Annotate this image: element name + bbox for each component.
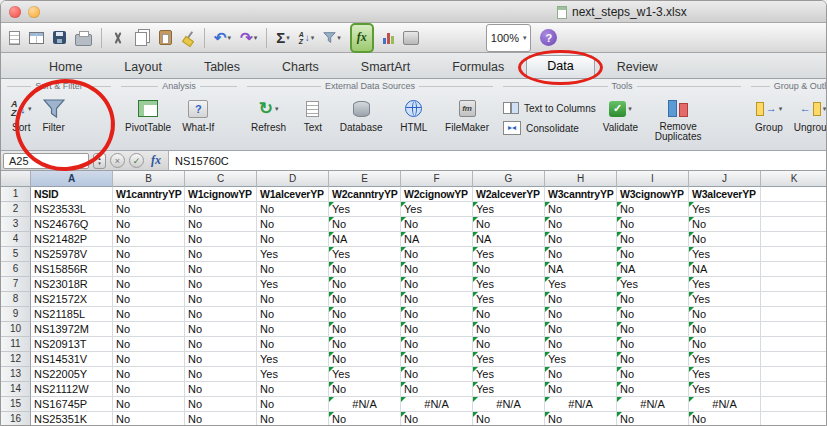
cell-B1[interactable]: W1canntryYP — [113, 187, 185, 202]
text-to-columns-button[interactable]: Text to Columns — [503, 102, 596, 114]
cell-K14[interactable] — [761, 382, 826, 397]
row-header-10[interactable]: 10 — [1, 322, 31, 337]
row-header-5[interactable]: 5 — [1, 247, 31, 262]
cell-I13[interactable]: No — [617, 367, 689, 382]
cell-H3[interactable]: No — [545, 217, 617, 232]
cell-K12[interactable] — [761, 352, 826, 367]
help-button[interactable]: ? — [540, 29, 557, 46]
cell-I7[interactable]: Yes — [617, 277, 689, 292]
cell-C9[interactable]: No — [185, 307, 257, 322]
toolbox-button[interactable] — [403, 26, 419, 50]
cell-D12[interactable]: Yes — [257, 352, 329, 367]
cell-C3[interactable]: No — [185, 217, 257, 232]
cell-H6[interactable]: NA — [545, 262, 617, 277]
cell-F11[interactable]: No — [401, 337, 473, 352]
cell-C14[interactable]: No — [185, 382, 257, 397]
cell-H13[interactable]: No — [545, 367, 617, 382]
cell-K15[interactable] — [761, 397, 826, 412]
cell-E15[interactable]: #N/A — [329, 397, 401, 412]
row-header-8[interactable]: 8 — [1, 292, 31, 307]
cell-B2[interactable]: No — [113, 202, 185, 217]
cell-G3[interactable]: No — [473, 217, 545, 232]
cell-J16[interactable]: No — [689, 412, 761, 425]
formula-content[interactable]: NS15760C — [168, 151, 826, 170]
cell-G9[interactable]: No — [473, 307, 545, 322]
cell-C4[interactable]: No — [185, 232, 257, 247]
col-header-J[interactable]: J — [689, 171, 761, 187]
html-button[interactable]: HTML — [396, 95, 431, 134]
cell-F8[interactable]: No — [401, 292, 473, 307]
cell-H4[interactable]: No — [545, 232, 617, 247]
cell-K1[interactable] — [761, 187, 826, 202]
save-icon[interactable] — [53, 26, 66, 50]
cell-D14[interactable]: No — [257, 382, 329, 397]
cell-K6[interactable] — [761, 262, 826, 277]
cell-J14[interactable]: Yes — [689, 382, 761, 397]
cell-G7[interactable]: Yes — [473, 277, 545, 292]
cell-E6[interactable]: No — [329, 262, 401, 277]
cell-K10[interactable] — [761, 322, 826, 337]
cell-J15[interactable]: #N/A — [689, 397, 761, 412]
cell-I12[interactable]: No — [617, 352, 689, 367]
text-import-button[interactable]: Text — [300, 95, 326, 134]
accept-icon[interactable]: ✓ — [129, 153, 144, 168]
row-header-9[interactable]: 9 — [1, 307, 31, 322]
cell-C13[interactable]: No — [185, 367, 257, 382]
cell-F2[interactable]: Yes — [401, 202, 473, 217]
tab-smartart[interactable]: SmartArt — [341, 57, 430, 78]
row-header-6[interactable]: 6 — [1, 262, 31, 277]
cell-C12[interactable]: No — [185, 352, 257, 367]
cell-E3[interactable]: No — [329, 217, 401, 232]
redo-button[interactable]: ↷▾ — [240, 26, 257, 50]
cell-B7[interactable]: No — [113, 277, 185, 292]
cell-A15[interactable]: NS16745P — [31, 397, 113, 412]
cell-E12[interactable]: No — [329, 352, 401, 367]
cell-B15[interactable]: No — [113, 397, 185, 412]
print-icon[interactable] — [75, 26, 92, 50]
cell-J5[interactable]: Yes — [689, 247, 761, 262]
cell-A2[interactable]: NS23533L — [31, 202, 113, 217]
row-header-14[interactable]: 14 — [1, 382, 31, 397]
cell-B10[interactable]: No — [113, 322, 185, 337]
cell-D4[interactable]: No — [257, 232, 329, 247]
cell-K5[interactable] — [761, 247, 826, 262]
cell-A6[interactable]: NS15856R — [31, 262, 113, 277]
new-workbook-icon[interactable] — [9, 26, 20, 50]
cell-G2[interactable]: Yes — [473, 202, 545, 217]
cell-G4[interactable]: NA — [473, 232, 545, 247]
cell-C5[interactable]: No — [185, 247, 257, 262]
cell-J2[interactable]: Yes — [689, 202, 761, 217]
cell-K8[interactable] — [761, 292, 826, 307]
cell-D16[interactable]: No — [257, 412, 329, 425]
cell-E5[interactable]: Yes — [329, 247, 401, 262]
cell-D1[interactable]: W1alceverYP — [257, 187, 329, 202]
cell-E16[interactable]: No — [329, 412, 401, 425]
cell-A3[interactable]: NS24676Q — [31, 217, 113, 232]
close-button[interactable] — [9, 6, 21, 18]
col-header-C[interactable]: C — [185, 171, 257, 187]
copy-icon[interactable] — [133, 26, 150, 50]
cell-B6[interactable]: No — [113, 262, 185, 277]
cell-G14[interactable]: Yes — [473, 382, 545, 397]
cell-G8[interactable]: Yes — [473, 292, 545, 307]
row-header-13[interactable]: 13 — [1, 367, 31, 382]
cell-E10[interactable]: No — [329, 322, 401, 337]
cell-J13[interactable]: Yes — [689, 367, 761, 382]
cell-D3[interactable]: No — [257, 217, 329, 232]
cell-J4[interactable]: No — [689, 232, 761, 247]
cell-J1[interactable]: W3alceverYP — [689, 187, 761, 202]
cell-G6[interactable]: No — [473, 262, 545, 277]
cell-I16[interactable]: No — [617, 412, 689, 425]
cell-J6[interactable]: NA — [689, 262, 761, 277]
cell-F1[interactable]: W2cignowYP — [401, 187, 473, 202]
tab-tables[interactable]: Tables — [184, 57, 260, 78]
cell-I11[interactable]: No — [617, 337, 689, 352]
sort-az-button[interactable]: AZ↓▾ — [299, 26, 315, 50]
tab-home[interactable]: Home — [29, 57, 102, 78]
cell-I9[interactable]: No — [617, 307, 689, 322]
open-icon[interactable] — [29, 26, 44, 50]
cell-K11[interactable] — [761, 337, 826, 352]
cell-A4[interactable]: NS21482P — [31, 232, 113, 247]
cell-K4[interactable] — [761, 232, 826, 247]
cell-D10[interactable]: No — [257, 322, 329, 337]
